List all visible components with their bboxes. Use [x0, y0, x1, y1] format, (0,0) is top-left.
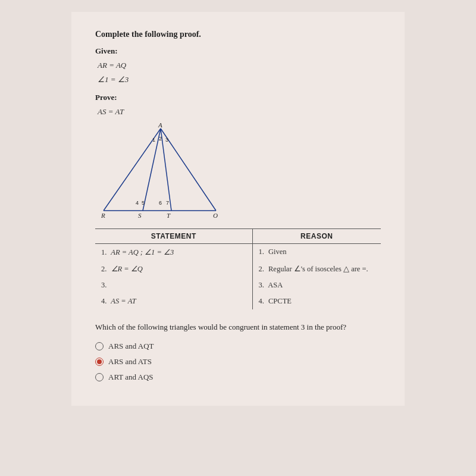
- svg-text:4: 4: [136, 200, 139, 206]
- table-row: 1. AR = AQ ; ∠1 = ∠3 1. Given: [95, 244, 381, 261]
- given-item-1: AR = AQ: [98, 61, 381, 70]
- svg-text:T: T: [167, 212, 171, 218]
- triangle-diagram: A R S T Q 1 2 3 4 5 6 7: [101, 123, 220, 218]
- table-row: 3. 3. ASA: [95, 277, 381, 293]
- option-2[interactable]: ARS and ATS: [95, 357, 381, 367]
- reason-cell: 2. Regular ∠'s of isosceles △ are =.: [252, 261, 381, 277]
- prove-item: AS = AT: [98, 107, 381, 117]
- svg-text:3: 3: [165, 137, 168, 143]
- svg-text:1: 1: [152, 137, 155, 143]
- page: Complete the following proof. Given: AR …: [71, 12, 405, 406]
- svg-text:R: R: [101, 212, 105, 218]
- table-row: 2. ∠R = ∠Q 2. Regular ∠'s of isosceles △…: [95, 261, 381, 277]
- svg-text:7: 7: [166, 200, 169, 206]
- svg-text:2: 2: [159, 136, 162, 142]
- statement-cell: 4. AS = AT: [95, 293, 252, 309]
- reason-header: REASON: [252, 229, 381, 244]
- radio-option-3[interactable]: [95, 373, 104, 381]
- given-item-2: ∠1 = ∠3: [98, 75, 381, 84]
- svg-text:5: 5: [142, 200, 145, 206]
- statement-header: STATEMENT: [95, 229, 252, 244]
- question-text: Which of the following triangles would b…: [95, 321, 381, 333]
- option-2-label: ARS and ATS: [108, 357, 152, 367]
- proof-table: STATEMENT REASON 1. AR = AQ ; ∠1 = ∠3 1.…: [95, 228, 381, 309]
- svg-line-1: [161, 129, 216, 211]
- svg-text:A: A: [158, 123, 162, 129]
- option-3[interactable]: ART and AQS: [95, 372, 381, 382]
- svg-text:S: S: [138, 212, 142, 218]
- prove-label: Prove:: [95, 93, 381, 102]
- reason-cell: 4. CPCTE: [252, 293, 381, 309]
- options-group: ARS and AQT ARS and ATS ART and AQS: [95, 342, 381, 382]
- page-title: Complete the following proof.: [95, 30, 381, 39]
- option-1[interactable]: ARS and AQT: [95, 342, 381, 351]
- radio-inner-selected: [97, 359, 102, 364]
- svg-text:6: 6: [159, 200, 162, 206]
- svg-text:Q: Q: [213, 212, 218, 218]
- statement-cell: 1. AR = AQ ; ∠1 = ∠3: [95, 244, 252, 261]
- statement-cell: 3.: [95, 277, 252, 293]
- radio-option-2[interactable]: [95, 358, 104, 366]
- table-row: 4. AS = AT 4. CPCTE: [95, 293, 381, 309]
- reason-cell: 3. ASA: [252, 277, 381, 293]
- radio-option-1[interactable]: [95, 342, 104, 350]
- statement-cell: 2. ∠R = ∠Q: [95, 261, 252, 277]
- option-3-label: ART and AQS: [108, 372, 154, 382]
- given-label: Given:: [95, 46, 381, 56]
- option-1-label: ARS and AQT: [108, 342, 154, 351]
- reason-cell: 1. Given: [252, 244, 381, 261]
